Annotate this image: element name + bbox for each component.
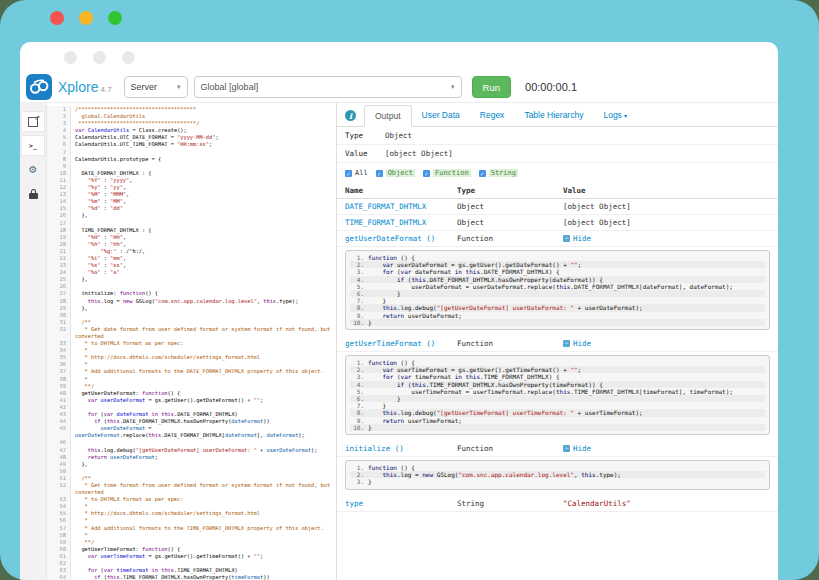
source-line: 7. } <box>350 297 765 304</box>
source-line-number: 5. <box>350 388 368 395</box>
code-line: 44 if (this.DATE_FORMAT_DHTMLX.hasOwnPro… <box>47 418 336 425</box>
line-number: 46 <box>47 439 71 446</box>
line-number: 9 <box>47 163 71 170</box>
console-button[interactable]: >_ <box>21 135 45 156</box>
browser-frame: Xplore 4.7 Server ▾ Global [global] ▾ Ru… <box>0 0 819 580</box>
result-name-link[interactable]: getUserTimeFormat () <box>345 339 457 348</box>
line-number: 34 <box>47 347 71 354</box>
source-line-number: 3. <box>350 268 368 275</box>
result-name-link[interactable]: initialize () <box>345 444 457 453</box>
code-line: 41 var userDateFormat = gs.getUser().get… <box>47 397 336 404</box>
line-number: 49 <box>47 461 71 468</box>
brand-version: 4.7 <box>100 85 111 95</box>
tab-regex[interactable]: Regex <box>470 105 515 126</box>
close-traffic-light-icon[interactable] <box>50 11 64 25</box>
code-line: 18 TIME_FORMAT_DHTMLX : { <box>47 227 336 234</box>
filter-checkbox-object[interactable]: ✓Object <box>376 169 415 177</box>
result-name-link[interactable]: getUserDateFormat () <box>345 234 457 243</box>
code-line: 37 * Add additional formats to the DATE_… <box>47 368 336 375</box>
line-number: 31 <box>47 319 71 326</box>
line-number: 50 <box>47 468 71 475</box>
line-number: 19 <box>47 234 71 241</box>
source-line-number: 1. <box>350 359 368 366</box>
source-line-number: 4. <box>350 381 368 388</box>
filter-checkbox-all[interactable]: ✓All <box>345 169 368 177</box>
code-line: 62 <box>47 560 336 567</box>
result-type-row: Type Object <box>337 127 778 145</box>
code-line: 47 this.log.debug("[getUserDateFormat] u… <box>47 447 336 454</box>
line-number: 30 <box>47 312 71 319</box>
filter-checkbox-string[interactable]: ✓String <box>479 169 518 177</box>
line-number: 53 <box>47 496 71 503</box>
zoom-traffic-light-icon[interactable] <box>108 11 122 25</box>
filter-label: String <box>489 169 518 177</box>
result-name-link[interactable]: TIME_FORMAT_DHTMLX <box>345 218 457 227</box>
execution-timer: 00:00:00.1 <box>525 81 577 93</box>
tab-table-hierarchy[interactable]: Table Hierarchy <box>514 105 593 126</box>
code-line: 54 * <box>47 503 336 510</box>
source-line-number: 1. <box>350 464 368 471</box>
checkbox-checked-icon: ✓ <box>479 170 486 177</box>
code-line: 38 * <box>47 376 336 383</box>
line-number: 42 <box>47 404 71 411</box>
result-value: [object Object] <box>563 218 778 227</box>
source-line: 7. } <box>350 402 765 409</box>
tab-logs[interactable]: Logs▾ <box>593 105 636 126</box>
tab-user-data[interactable]: User Data <box>412 105 470 126</box>
line-number: 37 <box>47 368 71 375</box>
run-button[interactable]: Run <box>472 76 511 98</box>
source-line: 9. return userTimeFormat; <box>350 417 765 424</box>
code-line: 61 var userTimeFormat = gs.getUser().get… <box>47 553 336 560</box>
settings-button[interactable]: ⚙ <box>21 159 45 180</box>
code-line: 11 "%Y" : "yyyy", <box>47 177 336 184</box>
result-name-link[interactable]: type <box>345 499 457 508</box>
code-line: 13 "%M" : "MMM", <box>47 191 336 198</box>
minimize-traffic-light-icon[interactable] <box>79 11 93 25</box>
source-line: 5. userDateFormat = userDateFormat.repla… <box>350 283 765 290</box>
open-in-new-button[interactable]: ↗ <box>21 111 45 132</box>
source-line: 3. for (var dateFormat in this.DATE_FORM… <box>350 268 765 275</box>
scope-select[interactable]: Global [global] ▾ <box>194 76 462 98</box>
line-number: 6 <box>47 141 71 148</box>
line-number: 59 <box>47 539 71 546</box>
source-line-number: 7. <box>350 297 368 304</box>
line-number: 11 <box>47 177 71 184</box>
code-editor[interactable]: 1/*************************************2… <box>47 103 337 580</box>
info-icon[interactable]: i <box>345 110 356 121</box>
source-line-number: 8. <box>350 409 368 416</box>
code-line: 63 for (var timeFormat in this.TIME_FORM… <box>47 567 336 574</box>
code-line: 21 "%g:" : /^h:/, <box>47 248 336 255</box>
checkbox-checked-icon: ✓ <box>423 170 430 177</box>
line-number: 24 <box>47 269 71 276</box>
code-line: 55 * http://docs.dhtmlx.com/scheduler/se… <box>47 510 336 517</box>
function-source-block: 1.function () {2. var userDateFormat = g… <box>345 250 770 330</box>
source-line: 1.function () { <box>350 254 765 261</box>
line-number: 10 <box>47 170 71 177</box>
code-line: 26 <box>47 283 336 290</box>
code-line: 22 "%i" : "mm", <box>47 255 336 262</box>
source-line-number: 9. <box>350 417 368 424</box>
line-number: 32 <box>47 326 71 340</box>
filter-checkbox-function[interactable]: ✓Function <box>423 169 471 177</box>
source-line: 5. userTimeFormat = userTimeFormat.repla… <box>350 388 765 395</box>
result-row: TIME_FORMAT_DHTMLXObject[object Object] <box>337 215 778 231</box>
server-select[interactable]: Server ▾ <box>124 76 188 98</box>
window-dot-icon <box>64 51 77 64</box>
hide-code-link[interactable]: −Hide <box>563 339 778 348</box>
hide-code-link[interactable]: −Hide <box>563 234 778 243</box>
line-number: 8 <box>47 156 71 163</box>
code-line: 60 getUserTimeFormat: function() { <box>47 546 336 553</box>
result-type: Function <box>457 234 563 243</box>
line-number: 60 <box>47 546 71 553</box>
tab-output[interactable]: Output <box>364 105 412 127</box>
lock-button[interactable] <box>21 183 45 204</box>
type-label: Type <box>345 131 385 140</box>
hide-label: Hide <box>573 444 591 453</box>
result-type: Function <box>457 339 563 348</box>
source-line-number: 9. <box>350 312 368 319</box>
line-number: 13 <box>47 191 71 198</box>
type-value: Object <box>385 131 412 140</box>
source-line: 2. var userDateFormat = gs.getUser().get… <box>350 261 765 268</box>
result-name-link[interactable]: DATE_FORMAT_DHTMLX <box>345 202 457 211</box>
hide-code-link[interactable]: −Hide <box>563 444 778 453</box>
